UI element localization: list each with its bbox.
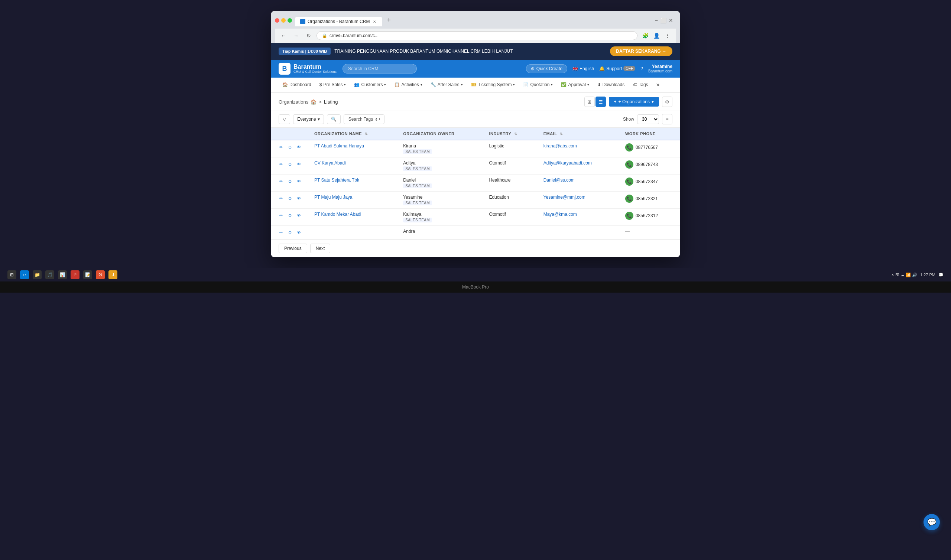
email-column-header[interactable]: EMAIL ⇅ [537,128,619,140]
active-tab[interactable]: Organizations - Barantum CRM ✕ [295,17,382,26]
bell-icon[interactable]: 🔔 [599,66,605,71]
clone-button[interactable]: ⊙ [286,143,294,151]
edit-button[interactable]: ✏ [277,195,285,202]
start-button[interactable]: ⊞ [8,270,16,279]
org-name-link[interactable]: PT Maju Maju Jaya [314,195,352,200]
phone-cell: 📞 089678743 [619,157,680,175]
clone-button[interactable]: ⊙ [286,195,294,202]
everyone-filter-button[interactable]: Everyone ▾ [293,114,324,124]
org-name-link[interactable]: PT Abadi Sukma Hanaya [314,143,364,149]
edit-button[interactable]: ✏ [277,160,285,168]
view-button[interactable]: 👁 [295,160,302,168]
list-view-button[interactable]: ☰ [596,97,606,107]
chevron-down-icon: ▾ [551,83,553,86]
taskbar-app-active[interactable]: J [108,270,117,279]
list-view-small-button[interactable]: ⊞ [584,97,595,107]
url-bar[interactable]: 🔒 crmv5.barantum.com/c... [317,31,637,40]
filter-dropdown-button[interactable]: ▽ [279,114,290,124]
email-link[interactable]: kirana@abs.com [543,143,577,149]
edit-button[interactable]: ✏ [277,177,285,185]
view-toggle: ⊞ ☰ [584,97,606,107]
org-name-cell: PT Kamdo Mekar Abadi [308,209,397,226]
clone-button[interactable]: ⊙ [286,212,294,219]
profile-button[interactable]: 👤 [652,31,661,40]
org-name-column-header[interactable]: ORGANIZATION NAME ⇅ [308,128,397,140]
view-button[interactable]: 👁 [295,229,302,236]
nav-approval[interactable]: ✅ Approval ▾ [557,78,592,92]
column-toggle-button[interactable]: ≡ [662,114,672,125]
new-tab-button[interactable]: + [383,14,394,26]
language-selector[interactable]: 🇬🇧 English [572,66,594,71]
sort-icon: ⇅ [365,132,368,136]
view-button[interactable]: 👁 [295,177,302,185]
search-tags-button[interactable]: Search Tags 🏷 [344,114,385,124]
row-actions: ✏ ⊙ 👁 [277,143,302,151]
notification-icon[interactable]: 💬 [939,272,943,277]
nav-after-sales[interactable]: 🔧 After Sales ▾ [427,78,466,92]
clone-button[interactable]: ⊙ [286,160,294,168]
taskbar-app-4[interactable]: 📝 [83,270,92,279]
taskbar-app-1[interactable]: 🎵 [45,270,54,279]
nav-ticketing[interactable]: 🎫 Ticketing System ▾ [467,78,519,92]
nav-pre-sales[interactable]: $ Pre Sales ▾ [316,78,350,92]
banner-cta-button[interactable]: DAFTAR SEKARANG → [610,46,672,56]
add-organization-button[interactable]: + + Organizations ▾ [609,97,659,106]
nav-activities[interactable]: 📋 Activities ▾ [391,78,426,92]
clone-button[interactable]: ⊙ [286,177,294,185]
owner-name: Kirana [403,143,477,149]
edit-button[interactable]: ✏ [277,143,285,151]
table-row: ✏ ⊙ 👁 PT Abadi Sukma HanayaKiranaSALES T… [271,140,680,157]
taskbar-app-3[interactable]: P [71,270,80,279]
refresh-button[interactable]: ↻ [304,31,314,40]
logo-letter: B [282,65,287,73]
industry-column-header[interactable]: INDUSTRY ⇅ [483,128,537,140]
edit-button[interactable]: ✏ [277,229,285,236]
previous-page-button[interactable]: Previous [279,244,307,253]
email-link[interactable]: Yesamine@mmj.com [543,195,585,200]
file-explorer-icon[interactable]: 📁 [33,270,42,279]
header-right: ⊕ Quick Create 🇬🇧 English 🔔 Support OFF … [526,64,672,74]
taskbar-app-5[interactable]: G [96,270,105,279]
help-icon[interactable]: ? [640,66,643,71]
crm-search-input[interactable] [343,64,417,74]
nav-customers[interactable]: 👥 Customers ▾ [350,78,390,92]
window-minimize-button[interactable]: − [655,17,658,23]
taskbar-app-2[interactable]: 📊 [58,270,67,279]
forward-button[interactable]: → [291,31,301,40]
quick-create-button[interactable]: ⊕ Quick Create [526,64,567,73]
org-name-link[interactable]: PT Satu Sejahtera Tbk [314,177,359,183]
email-link[interactable]: Aditya@karyaabadi.com [543,160,592,166]
support-status-badge[interactable]: OFF [623,66,635,71]
next-page-button[interactable]: Next [310,244,331,253]
tab-close-button[interactable]: ✕ [372,19,377,24]
show-count-select[interactable]: 30 50 100 [637,114,659,124]
email-link[interactable]: Maya@kma.com [543,212,577,217]
view-button[interactable]: 👁 [295,143,302,151]
close-dot[interactable] [275,18,279,23]
user-profile[interactable]: Yesamine Barantum.com [648,64,672,74]
edit-button[interactable]: ✏ [277,212,285,219]
nav-tags[interactable]: 🏷 Tags [629,78,652,92]
view-button[interactable]: 👁 [295,195,302,202]
org-name-link[interactable]: CV Karya Abadi [314,160,346,166]
nav-downloads[interactable]: ⬇ Downloads [594,78,628,92]
view-button[interactable]: 👁 [295,212,302,219]
org-name-link[interactable]: PT Kamdo Mekar Abadi [314,212,362,217]
edge-browser-icon[interactable]: e [20,270,29,279]
more-options-button[interactable]: ⋮ [663,31,672,40]
clone-button[interactable]: ⊙ [286,229,294,236]
search-button[interactable]: 🔍 [327,114,341,124]
nav-quotation[interactable]: 📄 Quotation ▾ [519,78,557,92]
nav-dashboard[interactable]: 🏠 Dashboard [279,78,315,92]
minimize-dot[interactable] [281,18,286,23]
industry-cell: Otomotif [483,209,537,226]
back-button[interactable]: ← [279,31,288,40]
window-restore-button[interactable]: ⬜ [660,17,666,23]
email-link[interactable]: Daniel@ss.com [543,177,575,183]
tag-icon: 🏷 [375,117,380,122]
extensions-button[interactable]: 🧩 [640,31,650,40]
table-settings-button[interactable]: ⚙ [662,97,672,107]
maximize-dot[interactable] [288,18,292,23]
nav-more[interactable]: » [653,78,663,92]
window-close-button[interactable]: ✕ [669,17,673,23]
